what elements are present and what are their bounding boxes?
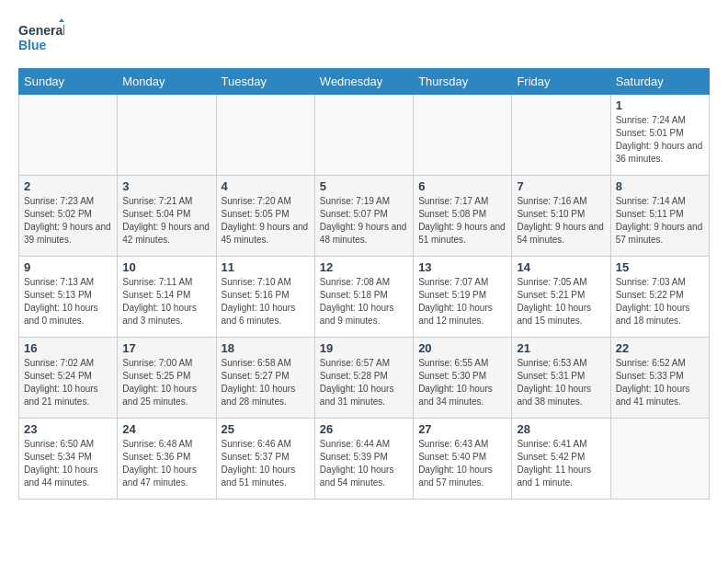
day-info: Sunrise: 7:21 AMSunset: 5:04 PMDaylight:… — [122, 195, 210, 247]
calendar-cell: 10Sunrise: 7:11 AMSunset: 5:14 PMDayligh… — [118, 257, 216, 338]
day-info: Sunrise: 7:05 AMSunset: 5:21 PMDaylight:… — [517, 276, 605, 327]
day-info: Sunrise: 6:58 AMSunset: 5:27 PMDaylight:… — [222, 357, 310, 408]
weekday-header-tuesday: Tuesday — [216, 69, 314, 95]
calendar-cell — [216, 95, 314, 176]
day-info: Sunrise: 6:52 AMSunset: 5:33 PMDaylight:… — [616, 357, 704, 408]
calendar-table: SundayMondayTuesdayWednesdayThursdayFrid… — [18, 68, 710, 500]
day-number: 10 — [122, 260, 210, 274]
day-info: Sunrise: 6:41 AMSunset: 5:42 PMDaylight:… — [517, 438, 605, 489]
day-info: Sunrise: 7:24 AMSunset: 5:01 PMDaylight:… — [616, 114, 704, 166]
calendar-cell: 21Sunrise: 6:53 AMSunset: 5:31 PMDayligh… — [512, 338, 610, 419]
calendar-cell — [414, 95, 512, 176]
day-info: Sunrise: 6:44 AMSunset: 5:39 PMDaylight:… — [320, 438, 408, 489]
week-row-5: 23Sunrise: 6:50 AMSunset: 5:34 PMDayligh… — [19, 419, 710, 500]
calendar-cell — [610, 419, 709, 500]
day-info: Sunrise: 7:08 AMSunset: 5:18 PMDaylight:… — [320, 276, 408, 327]
day-info: Sunrise: 7:00 AMSunset: 5:25 PMDaylight:… — [122, 357, 210, 408]
calendar-cell — [19, 95, 118, 176]
day-number: 5 — [320, 179, 408, 193]
day-info: Sunrise: 7:14 AMSunset: 5:11 PMDaylight:… — [616, 195, 704, 247]
weekday-header-friday: Friday — [512, 69, 610, 95]
calendar-cell: 19Sunrise: 6:57 AMSunset: 5:28 PMDayligh… — [314, 338, 413, 419]
week-row-1: 1Sunrise: 7:24 AMSunset: 5:01 PMDaylight… — [19, 95, 710, 176]
day-number: 1 — [616, 98, 704, 112]
calendar-cell — [512, 95, 610, 176]
calendar-cell: 5Sunrise: 7:19 AMSunset: 5:07 PMDaylight… — [314, 176, 413, 257]
calendar-cell: 7Sunrise: 7:16 AMSunset: 5:10 PMDaylight… — [512, 176, 610, 257]
day-info: Sunrise: 6:43 AMSunset: 5:40 PMDaylight:… — [418, 438, 506, 489]
calendar-cell: 27Sunrise: 6:43 AMSunset: 5:40 PMDayligh… — [414, 419, 512, 500]
weekday-header-row: SundayMondayTuesdayWednesdayThursdayFrid… — [19, 69, 710, 95]
day-info: Sunrise: 7:23 AMSunset: 5:02 PMDaylight:… — [24, 195, 112, 247]
calendar-cell: 14Sunrise: 7:05 AMSunset: 5:21 PMDayligh… — [512, 257, 610, 338]
day-info: Sunrise: 7:16 AMSunset: 5:10 PMDaylight:… — [517, 195, 605, 247]
weekday-header-thursday: Thursday — [414, 69, 512, 95]
calendar-cell: 17Sunrise: 7:00 AMSunset: 5:25 PMDayligh… — [118, 338, 216, 419]
weekday-header-sunday: Sunday — [19, 69, 118, 95]
day-info: Sunrise: 7:03 AMSunset: 5:22 PMDaylight:… — [616, 276, 704, 327]
day-number: 12 — [320, 260, 408, 274]
day-number: 21 — [517, 341, 605, 355]
calendar-cell: 11Sunrise: 7:10 AMSunset: 5:16 PMDayligh… — [216, 257, 314, 338]
day-number: 25 — [222, 422, 310, 436]
logo: General Blue — [18, 18, 64, 59]
day-info: Sunrise: 7:11 AMSunset: 5:14 PMDaylight:… — [122, 276, 210, 327]
day-number: 18 — [222, 341, 310, 355]
day-info: Sunrise: 7:13 AMSunset: 5:13 PMDaylight:… — [24, 276, 112, 327]
day-number: 27 — [418, 422, 506, 436]
calendar-cell: 16Sunrise: 7:02 AMSunset: 5:24 PMDayligh… — [19, 338, 118, 419]
calendar-cell: 3Sunrise: 7:21 AMSunset: 5:04 PMDaylight… — [118, 176, 216, 257]
calendar-cell: 26Sunrise: 6:44 AMSunset: 5:39 PMDayligh… — [314, 419, 413, 500]
day-number: 9 — [24, 260, 112, 274]
day-number: 20 — [418, 341, 506, 355]
calendar-cell: 4Sunrise: 7:20 AMSunset: 5:05 PMDaylight… — [216, 176, 314, 257]
day-info: Sunrise: 6:50 AMSunset: 5:34 PMDaylight:… — [24, 438, 112, 489]
calendar-cell: 6Sunrise: 7:17 AMSunset: 5:08 PMDaylight… — [414, 176, 512, 257]
calendar-cell: 8Sunrise: 7:14 AMSunset: 5:11 PMDaylight… — [610, 176, 709, 257]
svg-text:General: General — [18, 23, 64, 38]
day-info: Sunrise: 7:19 AMSunset: 5:07 PMDaylight:… — [320, 195, 408, 247]
calendar-cell: 20Sunrise: 6:55 AMSunset: 5:30 PMDayligh… — [414, 338, 512, 419]
calendar-cell: 2Sunrise: 7:23 AMSunset: 5:02 PMDaylight… — [19, 176, 118, 257]
logo-svg: General Blue — [18, 18, 64, 59]
day-number: 17 — [122, 341, 210, 355]
day-info: Sunrise: 6:48 AMSunset: 5:36 PMDaylight:… — [122, 438, 210, 489]
weekday-header-wednesday: Wednesday — [314, 69, 413, 95]
day-number: 13 — [418, 260, 506, 274]
day-number: 16 — [24, 341, 112, 355]
calendar-cell: 13Sunrise: 7:07 AMSunset: 5:19 PMDayligh… — [414, 257, 512, 338]
weekday-header-monday: Monday — [118, 69, 216, 95]
calendar-cell: 12Sunrise: 7:08 AMSunset: 5:18 PMDayligh… — [314, 257, 413, 338]
day-number: 28 — [517, 422, 605, 436]
day-info: Sunrise: 7:20 AMSunset: 5:05 PMDaylight:… — [222, 195, 310, 247]
svg-text:Blue: Blue — [18, 38, 47, 52]
day-info: Sunrise: 7:17 AMSunset: 5:08 PMDaylight:… — [418, 195, 506, 247]
day-number: 24 — [122, 422, 210, 436]
day-number: 4 — [222, 179, 310, 193]
day-number: 19 — [320, 341, 408, 355]
day-info: Sunrise: 7:02 AMSunset: 5:24 PMDaylight:… — [24, 357, 112, 408]
day-info: Sunrise: 7:07 AMSunset: 5:19 PMDaylight:… — [418, 276, 506, 327]
day-info: Sunrise: 6:46 AMSunset: 5:37 PMDaylight:… — [222, 438, 310, 489]
day-number: 14 — [517, 260, 605, 274]
svg-marker-2 — [59, 18, 64, 22]
day-number: 7 — [517, 179, 605, 193]
day-number: 23 — [24, 422, 112, 436]
calendar-cell: 25Sunrise: 6:46 AMSunset: 5:37 PMDayligh… — [216, 419, 314, 500]
week-row-2: 2Sunrise: 7:23 AMSunset: 5:02 PMDaylight… — [19, 176, 710, 257]
day-number: 2 — [24, 179, 112, 193]
calendar-cell: 24Sunrise: 6:48 AMSunset: 5:36 PMDayligh… — [118, 419, 216, 500]
calendar-cell: 15Sunrise: 7:03 AMSunset: 5:22 PMDayligh… — [610, 257, 709, 338]
calendar-cell: 28Sunrise: 6:41 AMSunset: 5:42 PMDayligh… — [512, 419, 610, 500]
day-number: 8 — [616, 179, 704, 193]
calendar-cell: 22Sunrise: 6:52 AMSunset: 5:33 PMDayligh… — [610, 338, 709, 419]
day-number: 15 — [616, 260, 704, 274]
calendar-cell: 9Sunrise: 7:13 AMSunset: 5:13 PMDaylight… — [19, 257, 118, 338]
day-info: Sunrise: 6:53 AMSunset: 5:31 PMDaylight:… — [517, 357, 605, 408]
week-row-3: 9Sunrise: 7:13 AMSunset: 5:13 PMDaylight… — [19, 257, 710, 338]
calendar-cell: 23Sunrise: 6:50 AMSunset: 5:34 PMDayligh… — [19, 419, 118, 500]
day-info: Sunrise: 6:57 AMSunset: 5:28 PMDaylight:… — [320, 357, 408, 408]
day-info: Sunrise: 7:10 AMSunset: 5:16 PMDaylight:… — [222, 276, 310, 327]
day-number: 26 — [320, 422, 408, 436]
calendar-cell — [314, 95, 413, 176]
